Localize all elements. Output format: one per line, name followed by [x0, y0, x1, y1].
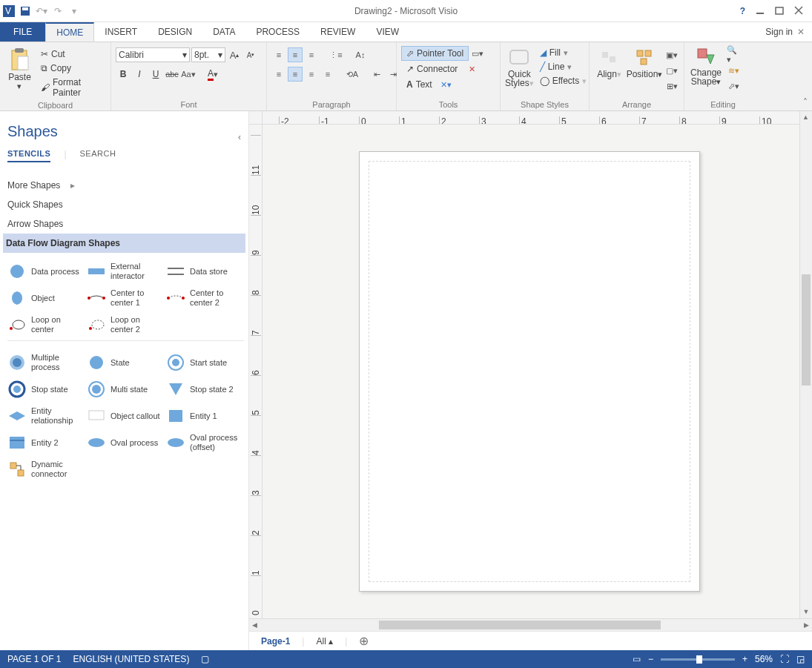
shape-center2[interactable]: Center to center 2	[166, 287, 242, 309]
connection-point-button[interactable]: ✕▾	[439, 77, 454, 92]
tab-review[interactable]: REVIEW	[310, 22, 366, 42]
save-icon[interactable]	[19, 5, 31, 17]
collapse-pane-icon[interactable]: ‹	[238, 132, 241, 142]
bullets-button[interactable]: ⋮≡	[329, 47, 343, 62]
more-shapes-item[interactable]: More Shapes▸	[7, 176, 248, 195]
delete-tool-button[interactable]: ✕	[464, 62, 479, 76]
pan-zoom-icon[interactable]: ◲	[796, 654, 805, 664]
send-back-button[interactable]: ▢▾	[664, 63, 679, 78]
zoom-in-button[interactable]: +	[742, 654, 747, 664]
paste-button[interactable]: Paste▾	[4, 44, 35, 90]
shape-external-interactor[interactable]: External interactor	[87, 260, 163, 282]
qat-custom-icon[interactable]: ▾	[68, 5, 80, 17]
align-center-button[interactable]: ≡	[288, 67, 303, 82]
presentation-mode-icon[interactable]: ▭	[633, 654, 641, 664]
scroll-down-button[interactable]: ▼	[801, 606, 812, 617]
shape-object[interactable]: Object	[7, 287, 84, 309]
shape-entity2[interactable]: Entity 2	[7, 431, 84, 454]
text-direction-button[interactable]: A↕	[353, 47, 368, 62]
decrease-indent-button[interactable]: ⇤	[369, 67, 384, 82]
signin-close-icon[interactable]: ✕	[797, 27, 805, 37]
bring-front-button[interactable]: ▣▾	[664, 47, 679, 62]
shape-entity-rel[interactable]: Entity relationship	[7, 405, 84, 427]
shape-loop2[interactable]: Loop on center 2	[87, 314, 163, 336]
maximize-icon[interactable]	[775, 6, 784, 16]
copy-button[interactable]: ⧉Copy	[38, 62, 106, 75]
shape-dynamic-connector[interactable]: Dynamic connector	[7, 458, 84, 480]
align-right-button[interactable]: ≡	[304, 67, 319, 82]
shape-oval-offset[interactable]: Oval process (offset)	[166, 431, 242, 454]
page-sheet[interactable]	[359, 151, 700, 592]
shape-multi-process[interactable]: Multiple process	[7, 351, 84, 374]
shape-data-store[interactable]: Data store	[166, 260, 242, 282]
grow-font-button[interactable]: A▴	[227, 47, 242, 62]
group-button[interactable]: ⊞▾	[664, 79, 679, 93]
align-top-button[interactable]: ≡	[271, 47, 286, 62]
tab-view[interactable]: VIEW	[366, 22, 409, 42]
redo-icon[interactable]: ↷	[52, 5, 64, 17]
tab-design[interactable]: DESIGN	[148, 22, 202, 42]
align-button[interactable]: Align▾	[594, 44, 624, 79]
layers-button[interactable]: ≋▾	[726, 63, 741, 78]
shape-oval-process[interactable]: Oval process	[87, 431, 163, 454]
align-bottom-button[interactable]: ≡	[304, 47, 319, 62]
fill-button[interactable]: ◢Fill▾	[537, 46, 590, 59]
quick-shapes-item[interactable]: Quick Shapes	[7, 195, 248, 214]
text-tool-button[interactable]: AText	[401, 77, 438, 92]
line-button[interactable]: ╱Line▾	[537, 60, 590, 73]
shape-center1[interactable]: Center to center 1	[87, 287, 163, 309]
drawing-canvas[interactable]	[263, 125, 799, 618]
tab-data[interactable]: DATA	[202, 22, 245, 42]
italic-button[interactable]: I	[132, 67, 147, 82]
rectangle-tool-button[interactable]: ▭▾	[470, 46, 485, 61]
find-button[interactable]: 🔍▾	[726, 47, 741, 62]
sign-in[interactable]: Sign in✕	[758, 22, 812, 42]
tab-file[interactable]: FILE	[0, 22, 45, 42]
align-middle-button[interactable]: ≡	[288, 47, 303, 62]
align-justify-button[interactable]: ≡	[320, 67, 335, 82]
tab-home[interactable]: HOME	[45, 22, 94, 42]
shape-data-process[interactable]: Data process	[7, 260, 84, 282]
shape-loop1[interactable]: Loop on center	[7, 314, 84, 336]
shape-state[interactable]: State	[87, 351, 163, 374]
cut-button[interactable]: ✂Cut	[38, 47, 106, 61]
connector-tool-button[interactable]: ↗Connector	[401, 62, 463, 76]
rotate-text-button[interactable]: ⟲A	[345, 67, 360, 82]
pointer-tool-button[interactable]: ⬀Pointer Tool	[401, 46, 469, 61]
effects-button[interactable]: ◯Effects▾	[537, 74, 590, 87]
strike-button[interactable]: abc	[165, 67, 179, 82]
undo-icon[interactable]: ↶▾	[36, 5, 47, 17]
dfd-shapes-item[interactable]: Data Flow Diagram Shapes	[3, 234, 245, 253]
fit-page-icon[interactable]: ⛶	[780, 654, 789, 664]
shape-stop-state2[interactable]: Stop state 2	[166, 378, 242, 400]
zoom-out-button[interactable]: −	[648, 654, 653, 664]
arrow-shapes-item[interactable]: Arrow Shapes	[7, 214, 248, 234]
help-icon[interactable]: ?	[740, 6, 745, 16]
select-button[interactable]: ⬀▾	[726, 79, 741, 93]
minimize-icon[interactable]	[756, 6, 765, 16]
tab-process[interactable]: PROCESS	[245, 22, 310, 42]
close-icon[interactable]	[794, 6, 803, 16]
page-tab-all[interactable]: All ▴	[316, 636, 333, 646]
font-family-combo[interactable]: Calibri▾	[116, 47, 190, 62]
font-color-button[interactable]: A▾	[205, 67, 220, 82]
shape-object-callout[interactable]: Object callout	[87, 405, 163, 427]
zoom-level[interactable]: 56%	[755, 654, 773, 664]
shape-multi-state[interactable]: Multi state	[87, 378, 163, 400]
status-page[interactable]: PAGE 1 OF 1	[7, 654, 61, 664]
case-button[interactable]: Aa▾	[181, 67, 196, 82]
collapse-ribbon-icon[interactable]: ˄	[803, 97, 808, 108]
add-page-button[interactable]: ⊕	[359, 634, 369, 648]
bold-button[interactable]: B	[116, 67, 131, 82]
shape-start-state[interactable]: Start state	[166, 351, 242, 374]
shape-stop-state[interactable]: Stop state	[7, 378, 84, 400]
scroll-right-button[interactable]: ▶	[801, 620, 812, 631]
horizontal-scrollbar[interactable]: ◀ ▶	[249, 618, 812, 631]
underline-button[interactable]: U	[148, 67, 163, 82]
macro-record-icon[interactable]: ▢	[201, 654, 209, 664]
stencils-tab[interactable]: STENCILS	[7, 149, 50, 162]
scroll-up-button[interactable]: ▲	[799, 111, 812, 125]
page-tab-1[interactable]: Page-1	[261, 636, 290, 646]
search-tab[interactable]: SEARCH	[80, 149, 116, 162]
status-language[interactable]: ENGLISH (UNITED STATES)	[73, 654, 189, 664]
